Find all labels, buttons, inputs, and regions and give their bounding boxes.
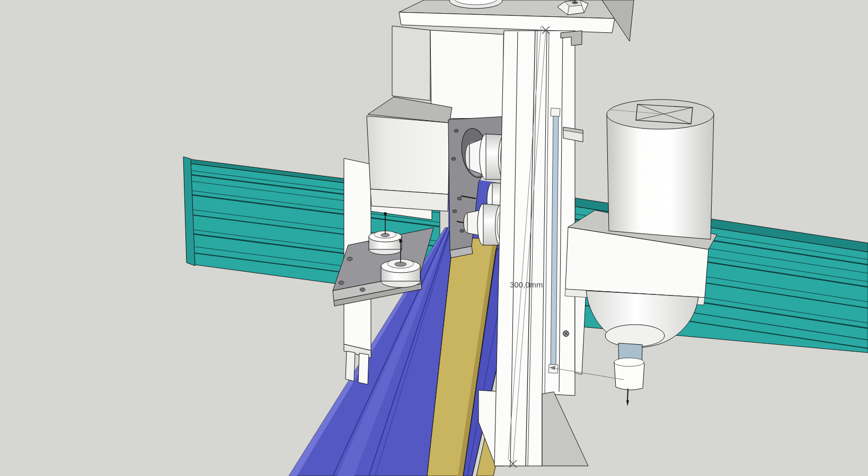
axis-handle (384, 212, 387, 215)
spindle-body (607, 114, 714, 239)
cad-viewport[interactable]: 300,0mm (0, 0, 868, 476)
bore-hole (395, 262, 406, 266)
motor-front-face (367, 116, 449, 194)
rail-clamp-top (551, 108, 560, 116)
collet-top (614, 358, 644, 366)
tool-bit (627, 389, 628, 401)
bracket-leg (358, 353, 369, 384)
back-panel (392, 26, 430, 101)
dimension-label: 300,0mm (510, 280, 543, 289)
bearing-housing (605, 325, 665, 347)
bracket-leg (346, 351, 355, 381)
model-canvas[interactable]: 300,0mm (0, 0, 868, 476)
axis-handle (400, 239, 402, 243)
spindle-top (607, 100, 714, 129)
